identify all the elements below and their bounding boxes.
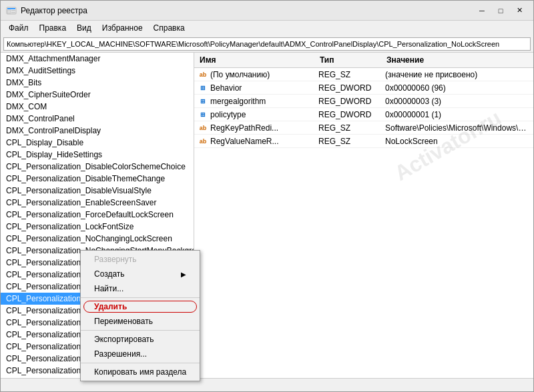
- value-name: ⊞ Behavior: [194, 83, 314, 93]
- string-icon: ab: [198, 123, 208, 133]
- context-menu-item[interactable]: Развернуть: [81, 252, 200, 267]
- menu-edit[interactable]: Правка: [34, 22, 72, 34]
- value-data: 0x00000003 (3): [381, 97, 533, 106]
- table-row[interactable]: ab RegKeyPathRedi... REG_SZ Software\Pol…: [194, 121, 533, 135]
- value-data: NoLockScreen: [381, 137, 533, 146]
- string-icon: ab: [198, 137, 208, 146]
- svg-rect-3: [11, 10, 15, 11]
- value-name: ⊞ policytype: [194, 110, 314, 119]
- titlebar-buttons: ─ □ ✕: [473, 3, 528, 18]
- tree-item[interactable]: CPL_Personalization_DisableColorSchemeCh…: [1, 161, 194, 173]
- header-name: Имя: [194, 54, 314, 66]
- svg-rect-1: [7, 8, 15, 9]
- tree-item[interactable]: CPL_Personalization_ForceDefaultLockScre…: [1, 209, 194, 221]
- context-menu-item[interactable]: Копировать имя раздела: [81, 365, 200, 379]
- context-menu-separator: [81, 297, 200, 298]
- tree-item[interactable]: DMX_ControlPanel: [1, 113, 194, 125]
- tree-item[interactable]: DMX_AuditSettings: [1, 65, 194, 77]
- minimize-button[interactable]: ─: [473, 3, 491, 18]
- address-path[interactable]: Компьютер\HKEY_LOCAL_MACHINE\SOFTWARE\Mi…: [3, 37, 531, 51]
- tree-item[interactable]: DMX_Bits: [1, 77, 194, 89]
- tree-item[interactable]: CPL_Personalization_NoChangingLockScreen: [1, 233, 194, 245]
- value-name: ab RegKeyPathRedi...: [194, 123, 314, 133]
- context-menu-item[interactable]: Найти...: [81, 281, 200, 296]
- value-type: REG_SZ: [314, 137, 381, 146]
- context-menu-item[interactable]: Разрешения...: [81, 347, 200, 361]
- value-name: ⊞ mergealgorithm: [194, 97, 314, 106]
- value-type: REG_DWORD: [314, 110, 381, 119]
- tree-item[interactable]: DMX_COM: [1, 101, 194, 113]
- tree-item[interactable]: CPL_Personalization_EnableScreenSaver: [1, 197, 194, 209]
- context-menu: РазвернутьСоздать▶Найти...УдалитьПереиме…: [80, 250, 200, 381]
- values-header: Имя Тип Значение: [194, 53, 533, 68]
- menu-help[interactable]: Справка: [148, 22, 190, 34]
- tree-item[interactable]: CPL_Personalization_DisableVisualStyle: [1, 185, 194, 197]
- table-row[interactable]: ab (По умолчанию) REG_SZ (значение не пр…: [194, 68, 533, 81]
- table-row[interactable]: ⊞ Behavior REG_DWORD 0x00000060 (96): [194, 81, 533, 95]
- context-menu-item[interactable]: Экспортировать: [81, 332, 200, 347]
- menu-file[interactable]: Файл: [3, 22, 34, 34]
- context-menu-item[interactable]: Удалить: [81, 299, 200, 314]
- table-row[interactable]: ⊞ mergealgorithm REG_DWORD 0x00000003 (3…: [194, 95, 533, 108]
- app-icon: [6, 5, 17, 16]
- tree-item[interactable]: CPL_Personalization_DisableThemeChange: [1, 173, 194, 185]
- tree-item[interactable]: CPL_Personalization_LockFontSize: [1, 221, 194, 233]
- context-menu-separator: [81, 330, 200, 331]
- dword-icon: ⊞: [198, 97, 208, 106]
- table-row[interactable]: ⊞ policytype REG_DWORD 0x00000001 (1): [194, 108, 533, 121]
- tree-item[interactable]: DMX_ControlPanelDisplay: [1, 125, 194, 137]
- context-menu-separator: [81, 363, 200, 363]
- value-data: 0x00000060 (96): [381, 83, 533, 93]
- svg-rect-2: [7, 10, 11, 13]
- addressbar: Компьютер\HKEY_LOCAL_MACHINE\SOFTWARE\Mi…: [1, 35, 533, 53]
- value-name: ab RegValueNameR...: [194, 137, 314, 146]
- value-type: REG_SZ: [314, 123, 381, 133]
- value-type: REG_SZ: [314, 70, 381, 79]
- dword-icon: ⊞: [198, 83, 208, 93]
- titlebar-title: Редактор реестра: [21, 6, 473, 15]
- menu-view[interactable]: Вид: [71, 22, 97, 34]
- value-data: (значение не присвоено): [381, 70, 533, 79]
- tree-item[interactable]: DMX_AttachmentManager: [1, 53, 194, 65]
- close-button[interactable]: ✕: [511, 3, 528, 18]
- tree-item[interactable]: CPL_Display_HideSettings: [1, 149, 194, 161]
- string-icon: ab: [198, 70, 208, 79]
- context-menu-item[interactable]: Создать▶: [81, 267, 200, 281]
- table-row[interactable]: ab RegValueNameR... REG_SZ NoLockScreen: [194, 135, 533, 148]
- maximize-button[interactable]: □: [492, 3, 509, 18]
- submenu-arrow: ▶: [181, 271, 186, 278]
- menu-favorites[interactable]: Избранное: [97, 22, 148, 34]
- dword-icon: ⊞: [198, 110, 208, 119]
- value-data: Software\Policies\Microsoft\Windows\Pers…: [381, 123, 533, 133]
- header-type: Тип: [314, 54, 381, 66]
- tree-item[interactable]: DMX_CipherSuiteOrder: [1, 89, 194, 101]
- header-value: Значение: [381, 54, 533, 66]
- value-type: REG_DWORD: [314, 97, 381, 106]
- registry-values: Имя Тип Значение ab (По умолчанию) REG_S…: [194, 53, 533, 378]
- values-content: ab (По умолчанию) REG_SZ (значение не пр…: [194, 68, 533, 378]
- tree-item[interactable]: CPL_Display_Disable: [1, 137, 194, 149]
- titlebar: Редактор реестра ─ □ ✕: [1, 1, 533, 21]
- value-name: ab (По умолчанию): [194, 70, 314, 79]
- context-menu-item[interactable]: Переименовать: [81, 314, 200, 329]
- menubar: Файл Правка Вид Избранное Справка: [1, 21, 533, 35]
- svg-rect-4: [11, 12, 15, 13]
- value-data: 0x00000001 (1): [381, 110, 533, 119]
- value-type: REG_DWORD: [314, 83, 381, 93]
